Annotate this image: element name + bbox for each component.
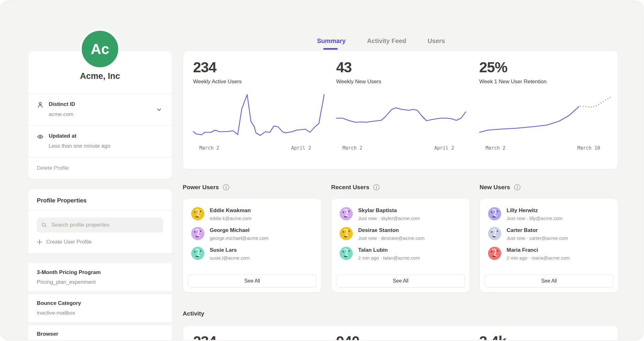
user-row[interactable]: Eddie Kwakman eddie.k@acme.com <box>191 207 313 221</box>
profile-properties-search[interactable] <box>37 217 163 233</box>
face-illustration <box>191 247 204 260</box>
user-avatar <box>191 207 204 220</box>
user-name: George Michael <box>210 227 269 234</box>
updated-at-value: Less than one minute ago <box>49 143 110 149</box>
user-avatar <box>488 207 501 220</box>
tab-users[interactable]: Users <box>428 37 445 45</box>
property-row[interactable]: Browser Chrome <box>28 325 172 340</box>
delete-profile-button[interactable]: Delete Profile <box>28 157 172 179</box>
user-row[interactable]: Susie Lars susie.l@acme.com <box>191 247 313 261</box>
user-row[interactable]: Lilly Herwitz Just now · lilly@acme.com <box>488 207 610 221</box>
create-user-profile-label: Create User Profile <box>46 239 92 245</box>
user-list-card: Lilly Herwitz Just now · lilly@acme.com … <box>480 198 619 293</box>
user-meta: eddie.k@acme.com <box>210 216 252 221</box>
plus-icon <box>37 239 42 245</box>
tab-summary[interactable]: Summary <box>317 37 346 45</box>
eye-icon <box>37 133 44 140</box>
stat-label: Week 1 New User Retention <box>479 79 611 85</box>
user-avatar <box>340 207 353 220</box>
profile-properties-title: Profile Properties <box>28 189 172 210</box>
user-meta: 2 min ago · talan@acme.com <box>358 255 420 261</box>
weekly-new-users-sparkline <box>336 90 468 143</box>
week1-retention-sparkline <box>479 90 611 143</box>
info-icon[interactable] <box>514 184 521 191</box>
overview-card: 234 Weekly Active Users March 2 April 2 … <box>183 51 618 169</box>
distinct-id-row: Distinct ID acme.com <box>28 94 172 125</box>
distinct-id-value: acme.com <box>49 111 75 118</box>
property-name: Bounce Category <box>37 300 163 306</box>
info-icon[interactable] <box>223 184 230 191</box>
stat-value: 43 <box>336 60 468 75</box>
property-row[interactable]: Bounce Category inactive-mailbox <box>28 294 172 322</box>
stat-week1-retention: 25% Week 1 New User Retention March 2 Ma… <box>479 60 611 151</box>
user-avatar <box>191 247 204 260</box>
property-row[interactable]: 3-Month Pricing Program Pricing_plan_exp… <box>28 263 172 291</box>
activity-stat: 3.4k <box>479 334 611 340</box>
user-row[interactable]: Desirae Stanton Just now · desirare@acme… <box>340 227 462 241</box>
user-meta: Just now · carter@acme.com <box>507 235 568 241</box>
chevron-down-icon[interactable] <box>156 106 163 113</box>
user-row[interactable]: George Michael george.michael@acme.com <box>191 227 313 241</box>
user-list-card: Eddie Kwakman eddie.k@acme.com George Mi… <box>183 198 322 293</box>
section-title: New Users <box>480 184 510 191</box>
activity-stat: 940 <box>336 334 468 340</box>
axis-tick: April 2 <box>291 145 311 151</box>
face-illustration <box>191 207 204 220</box>
profile-tabs: Summary Activity Feed Users <box>317 37 445 45</box>
axis-tick: April 2 <box>434 145 454 151</box>
create-user-profile-button[interactable]: Create User Profile <box>28 233 172 253</box>
user-name: Talan Lubin <box>358 247 420 253</box>
user-row[interactable]: Carter Bator Just now · carter@acme.com <box>488 227 610 241</box>
stat-label: Weekly New Users <box>336 79 468 85</box>
user-name: Eddie Kwakman <box>210 207 252 214</box>
see-all-button[interactable]: See All <box>485 274 613 288</box>
see-all-button[interactable]: See All <box>188 274 317 288</box>
info-icon[interactable] <box>373 184 380 191</box>
user-row[interactable]: Skylar Baptista Just now · skyler@acme.c… <box>340 207 462 221</box>
company-avatar: Ac <box>80 29 120 69</box>
user-name: Maria Franci <box>507 247 570 253</box>
user-name: Desirae Stanton <box>358 227 425 234</box>
user-name: Susie Lars <box>210 247 250 253</box>
stat-label: Weekly Active Users <box>193 79 325 85</box>
face-illustration <box>340 227 353 240</box>
stat-value: 234 <box>193 60 325 75</box>
search-input[interactable] <box>51 222 159 228</box>
user-meta: susie.l@acme.com <box>210 255 250 261</box>
user-avatar <box>340 227 353 240</box>
face-illustration <box>340 207 353 220</box>
face-illustration <box>488 247 501 260</box>
stat-weekly-active-users: 234 Weekly Active Users March 2 April 2 <box>193 60 325 151</box>
user-row[interactable]: Maria Franci 2 min ago · maria@acme.com <box>488 247 610 261</box>
axis-tick: March 2 <box>486 145 505 151</box>
company-avatar-initials: Ac <box>91 41 109 58</box>
distinct-id-label: Distinct ID <box>49 101 75 107</box>
face-illustration <box>340 247 353 260</box>
updated-at-label: Updated at <box>49 133 110 139</box>
activity-section-title: Activity <box>183 310 204 317</box>
user-name: Carter Bator <box>507 227 568 234</box>
tab-activity-feed[interactable]: Activity Feed <box>367 37 406 45</box>
section-title: Recent Users <box>331 184 369 191</box>
person-icon <box>37 102 44 108</box>
property-value: inactive-mailbox <box>37 310 163 316</box>
axis-tick: March 2 <box>342 145 362 151</box>
user-meta: Just now · desirare@acme.com <box>358 235 425 241</box>
face-illustration <box>488 227 501 240</box>
updated-at-row: Updated at Less than one minute ago <box>28 126 172 157</box>
user-row[interactable]: Talan Lubin 2 min ago · talan@acme.com <box>340 247 462 261</box>
see-all-button[interactable]: See All <box>336 274 465 288</box>
stat-value: 25% <box>479 60 611 75</box>
user-meta: george.michael@acme.com <box>210 235 269 241</box>
active-tab-underline <box>323 48 338 50</box>
property-name: 3-Month Pricing Program <box>37 269 163 276</box>
user-avatar <box>191 227 204 240</box>
user-list-card: Skylar Baptista Just now · skyler@acme.c… <box>331 198 470 293</box>
section-title: Power Users <box>183 184 219 191</box>
user-section-power-users: Power Users Eddie Kwakman eddie.k@acme.c… <box>183 184 322 293</box>
user-avatar <box>340 247 353 260</box>
user-section-new-users: New Users Lilly Herwitz Just now · lilly… <box>480 184 619 293</box>
activity-card: 234 940 3.4k <box>183 325 618 340</box>
user-meta: 2 min ago · maria@acme.com <box>507 255 570 261</box>
user-meta: Just now · lilly@acme.com <box>507 216 563 221</box>
